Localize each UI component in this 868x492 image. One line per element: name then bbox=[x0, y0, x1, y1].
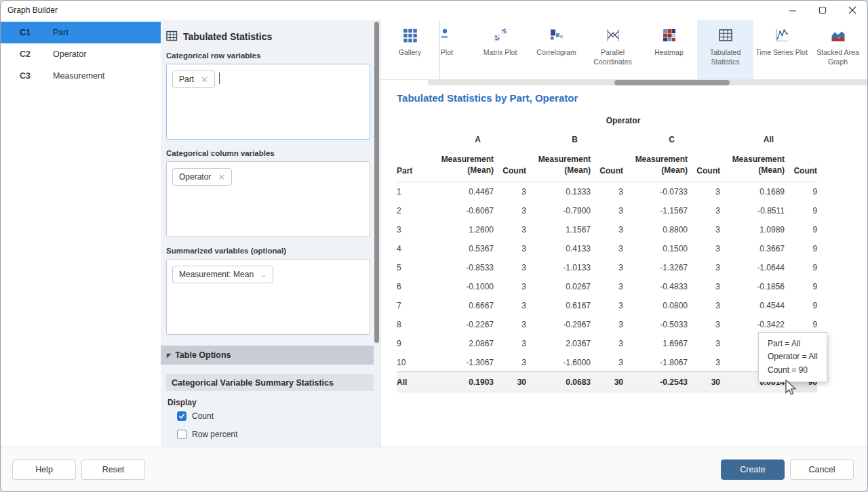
mean-cell[interactable]: -1.0644 bbox=[720, 258, 785, 277]
stats-row[interactable]: 31.260031.156730.880031.09899 bbox=[397, 220, 817, 239]
part-cell[interactable]: 8 bbox=[397, 315, 429, 334]
stats-row[interactable]: 10-1.30673-1.60003-1.80673-1.57119 bbox=[397, 353, 817, 372]
close-button[interactable] bbox=[837, 1, 867, 20]
column-variables-input[interactable]: Operator ✕ bbox=[166, 161, 370, 237]
count-cell[interactable]: 3 bbox=[591, 353, 623, 372]
count-cell[interactable]: 3 bbox=[494, 296, 526, 315]
part-cell[interactable]: 3 bbox=[397, 220, 429, 239]
mean-cell[interactable]: -0.1856 bbox=[720, 277, 785, 296]
sidebar-item-operator[interactable]: C2 Operator bbox=[1, 43, 161, 65]
mean-cell[interactable]: -1.1567 bbox=[623, 201, 688, 220]
mean-cell[interactable]: 1.1567 bbox=[526, 220, 591, 239]
mean-cell[interactable]: -0.5033 bbox=[623, 315, 688, 334]
create-button[interactable]: Create bbox=[721, 459, 785, 480]
count-cell[interactable]: 3 bbox=[688, 201, 720, 220]
mean-cell[interactable]: -1.8067 bbox=[623, 353, 688, 372]
remove-chip-icon[interactable]: ✕ bbox=[218, 173, 225, 182]
mean-cell[interactable]: 0.3667 bbox=[720, 239, 785, 258]
sidebar-item-measurement[interactable]: C3 Measurement bbox=[1, 65, 161, 87]
count-cell[interactable]: 3 bbox=[494, 182, 526, 201]
mean-cell[interactable]: -0.2267 bbox=[429, 315, 494, 334]
count-cell[interactable]: 3 bbox=[591, 315, 623, 334]
count-cell[interactable]: 9 bbox=[785, 258, 817, 277]
toolbar-item-stacked-area-graph[interactable]: Stacked Area Graph bbox=[810, 20, 866, 79]
part-cell[interactable]: 10 bbox=[397, 353, 429, 372]
toolbar-item-correlogram[interactable]: Correlogram bbox=[528, 20, 585, 79]
count-cell[interactable]: 3 bbox=[688, 258, 720, 277]
count-cell[interactable]: 3 bbox=[494, 353, 526, 372]
mean-cell[interactable]: 0.1500 bbox=[623, 239, 688, 258]
count-cell[interactable]: 3 bbox=[494, 239, 526, 258]
count-cell[interactable]: 3 bbox=[591, 220, 623, 239]
toolbar-item-matrix-plot[interactable]: Matrix Plot bbox=[472, 20, 528, 79]
mean-cell[interactable]: 2.0867 bbox=[429, 334, 494, 353]
chevron-down-icon[interactable]: ⌄ bbox=[260, 271, 267, 279]
stats-row[interactable]: 10.446730.13333-0.073330.16899 bbox=[397, 182, 817, 201]
mean-cell[interactable]: -0.3422 bbox=[720, 315, 785, 334]
count-cell[interactable]: 3 bbox=[688, 239, 720, 258]
count-cell[interactable]: 3 bbox=[494, 258, 526, 277]
reset-button[interactable]: Reset bbox=[81, 459, 145, 480]
variable-chip-operator[interactable]: Operator ✕ bbox=[172, 168, 232, 186]
mean-cell[interactable]: -0.7900 bbox=[526, 201, 591, 220]
mean-cell[interactable]: -1.0133 bbox=[526, 258, 591, 277]
mean-cell[interactable]: 1.6967 bbox=[623, 334, 688, 353]
count-cell[interactable]: 3 bbox=[591, 201, 623, 220]
mean-cell[interactable]: -0.6067 bbox=[429, 201, 494, 220]
count-cell[interactable]: 3 bbox=[494, 334, 526, 353]
table-options-header[interactable]: ◤ Table Options bbox=[161, 346, 380, 365]
mean-cell[interactable]: -0.8511 bbox=[720, 201, 785, 220]
mean-cell[interactable]: 0.0800 bbox=[623, 296, 688, 315]
mean-cell[interactable]: 0.4544 bbox=[720, 296, 785, 315]
count-cell[interactable]: 3 bbox=[591, 277, 623, 296]
cancel-button[interactable]: Cancel bbox=[790, 459, 854, 480]
variable-chip-measurement-mean[interactable]: Measurement: Mean ⌄ bbox=[172, 266, 273, 283]
count-cell[interactable]: 3 bbox=[688, 277, 720, 296]
toolbar-item-heatmap[interactable]: Heatmap bbox=[641, 20, 697, 79]
mean-cell[interactable]: -0.8533 bbox=[429, 258, 494, 277]
mean-cell[interactable]: 0.6167 bbox=[526, 296, 591, 315]
mean-cell[interactable]: 0.5367 bbox=[429, 239, 494, 258]
stats-row[interactable]: 40.536730.413330.150030.36679 bbox=[397, 239, 817, 258]
stats-row[interactable]: 2-0.60673-0.79003-1.15673-0.85119 bbox=[397, 201, 817, 220]
count-cell[interactable]: 9 bbox=[785, 201, 817, 220]
mean-cell[interactable]: -0.2967 bbox=[526, 315, 591, 334]
checkbox-count[interactable]: Count bbox=[177, 411, 370, 421]
toolbar-item-tabulated-statistics[interactable]: Tabulated Statistics bbox=[697, 20, 753, 79]
count-cell[interactable]: 30 bbox=[688, 372, 720, 392]
toolbar-item-gallery[interactable]: Gallery bbox=[380, 20, 440, 79]
summarized-variables-input[interactable]: Measurement: Mean ⌄ bbox=[166, 259, 370, 335]
mean-cell[interactable]: 1.2600 bbox=[429, 220, 494, 239]
panel-scrollbar[interactable] bbox=[374, 20, 380, 447]
count-cell[interactable]: 3 bbox=[591, 239, 623, 258]
count-cell[interactable]: 9 bbox=[785, 220, 817, 239]
mean-cell[interactable]: -1.6000 bbox=[526, 353, 591, 372]
count-cell[interactable]: 9 bbox=[785, 296, 817, 315]
remove-chip-icon[interactable]: ✕ bbox=[201, 75, 208, 84]
mean-cell[interactable]: 0.0683 bbox=[526, 372, 591, 392]
checkbox-unchecked-icon[interactable] bbox=[177, 430, 186, 439]
part-cell[interactable]: 6 bbox=[397, 277, 429, 296]
mean-cell[interactable]: 0.1903 bbox=[429, 372, 494, 392]
toolbar-scrollbar-thumb[interactable] bbox=[614, 80, 730, 85]
count-cell[interactable]: 9 bbox=[785, 277, 817, 296]
mean-cell[interactable]: 0.0267 bbox=[526, 277, 591, 296]
part-cell[interactable]: 1 bbox=[397, 182, 429, 201]
count-cell[interactable]: 9 bbox=[785, 239, 817, 258]
count-cell[interactable]: 3 bbox=[688, 182, 720, 201]
mean-cell[interactable]: 1.0989 bbox=[720, 220, 785, 239]
panel-scrollbar-thumb[interactable] bbox=[374, 22, 379, 343]
toolbar-item-parallel-coordinates[interactable]: Parallel Coordinates bbox=[585, 20, 641, 79]
stats-row[interactable]: 70.666730.616730.080030.45449 bbox=[397, 296, 817, 315]
count-cell[interactable]: 3 bbox=[494, 220, 526, 239]
mean-cell[interactable]: -1.3267 bbox=[623, 258, 688, 277]
mean-cell[interactable]: 0.1689 bbox=[720, 182, 785, 201]
count-cell[interactable]: 3 bbox=[591, 334, 623, 353]
help-button[interactable]: Help bbox=[12, 459, 76, 480]
count-cell[interactable]: 3 bbox=[494, 201, 526, 220]
mean-cell[interactable]: -0.2543 bbox=[623, 372, 688, 392]
variable-chip-part[interactable]: Part ✕ bbox=[172, 70, 215, 88]
checkbox-row-percent[interactable]: Row percent bbox=[177, 430, 370, 439]
mean-cell[interactable]: 0.8800 bbox=[623, 220, 688, 239]
count-cell[interactable]: 3 bbox=[688, 315, 720, 334]
